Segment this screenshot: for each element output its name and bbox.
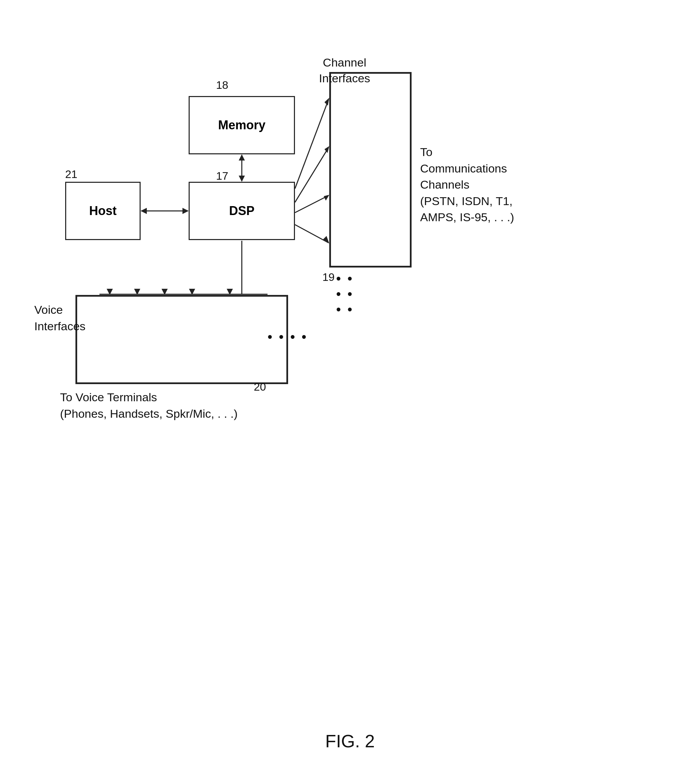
svg-line-5 [295,147,329,202]
svg-marker-8 [324,195,329,201]
to-voice-label: To Voice Terminals(Phones, Handsets, Spk… [60,389,238,422]
channel-interfaces-label: ChannelInterfaces [319,55,370,87]
svg-marker-21 [162,289,168,295]
memory-label: Memory [218,118,265,132]
channel-interfaces-box [329,72,412,268]
svg-marker-6 [324,146,329,153]
dsp-label: DSP [229,204,255,218]
svg-marker-10 [323,236,329,244]
ref-17: 17 [216,170,228,182]
svg-marker-19 [134,289,140,295]
ref-19: 19 [322,271,335,284]
ref-21: 21 [65,168,77,181]
host-box: Host [65,182,141,240]
svg-line-9 [295,225,329,243]
svg-marker-1 [239,154,245,160]
voice-interfaces-label: VoiceInterfaces [34,302,85,334]
voice-interfaces-box [75,295,288,384]
memory-box: Memory [189,96,295,154]
svg-marker-2 [239,176,245,182]
svg-line-7 [295,195,329,213]
channel-dots: • •• •• • [336,271,353,317]
svg-marker-17 [107,289,113,295]
svg-marker-23 [189,289,195,295]
fig-caption-text: FIG. 2 [325,731,375,751]
ref-20: 20 [254,381,266,393]
figure-caption: FIG. 2 [0,731,700,751]
svg-marker-4 [324,98,329,106]
host-label: Host [89,204,117,218]
svg-line-3 [295,100,329,189]
voice-dots: • • • • [268,329,307,345]
dsp-box: DSP [189,182,295,240]
svg-marker-13 [182,208,189,214]
diagram-container: Memory DSP Host 18 17 21 19 20 ChannelIn… [21,21,679,741]
svg-marker-12 [141,208,147,214]
to-comm-label: ToCommunicationsChannels(PSTN, ISDN, T1,… [420,144,514,226]
ref-18: 18 [216,79,228,92]
svg-marker-25 [227,289,233,295]
